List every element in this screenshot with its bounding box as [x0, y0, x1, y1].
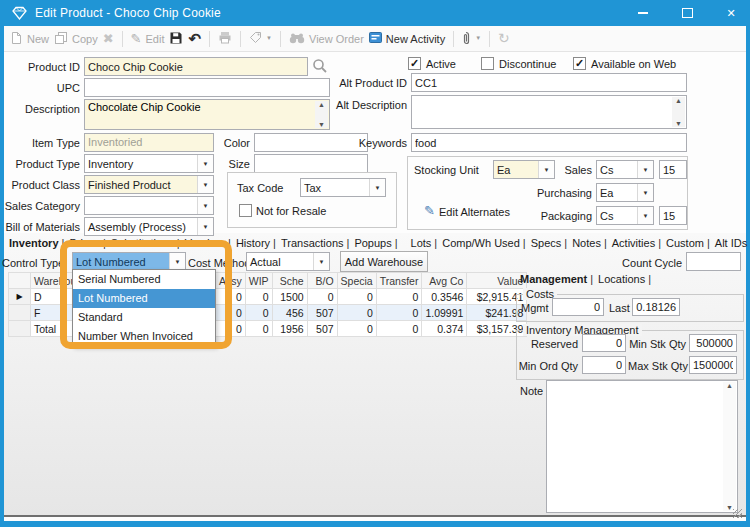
- new-button[interactable]: New: [10, 31, 49, 47]
- grid-header[interactable]: Avg Co: [422, 273, 467, 289]
- chevron-down-icon[interactable]: ▼: [637, 207, 653, 224]
- size-input[interactable]: [254, 154, 368, 173]
- copy-button[interactable]: Copy: [54, 31, 98, 47]
- chevron-down-icon[interactable]: ▼: [169, 253, 185, 270]
- chevron-down-icon[interactable]: ▼: [538, 161, 554, 178]
- grid-header[interactable]: Specia: [337, 273, 376, 289]
- tab-substitutions[interactable]: Substitutions: [110, 237, 184, 249]
- reserved-label: Reserved: [518, 338, 578, 350]
- chevron-down-icon[interactable]: ▼: [197, 197, 213, 214]
- app-gem-icon: [12, 6, 27, 20]
- product-type-combo[interactable]: Inventory▼: [84, 154, 214, 173]
- mgmt-cost-input[interactable]: [552, 298, 604, 316]
- grid-header[interactable]: B/O: [307, 273, 337, 289]
- refresh-button[interactable]: ↻: [498, 32, 510, 45]
- min-ord-qty-input[interactable]: [582, 356, 626, 374]
- discontinue-checkbox[interactable]: [481, 57, 494, 70]
- sales-unit-combo[interactable]: Cs▼: [596, 160, 654, 179]
- close-button[interactable]: ✕: [718, 2, 744, 24]
- edit-button[interactable]: ✎ Edit: [131, 32, 165, 45]
- tab-alt-ids[interactable]: Alt IDs: [714, 237, 750, 249]
- attachment-button[interactable]: ▼: [462, 31, 481, 47]
- grid-header[interactable]: Sche: [272, 273, 307, 289]
- max-stk-qty-input[interactable]: [689, 356, 737, 374]
- binoculars-icon: [289, 32, 305, 46]
- purchasing-unit-label: Purchasing: [524, 187, 592, 199]
- min-stk-qty-label: Min Stk Qty: [628, 338, 686, 350]
- upc-input[interactable]: [84, 78, 330, 97]
- active-checkbox[interactable]: ✓: [408, 57, 421, 70]
- search-icon[interactable]: [312, 58, 328, 76]
- minimize-button[interactable]: [630, 2, 656, 24]
- edit-alternates-button[interactable]: Edit Alternates: [439, 206, 510, 218]
- keywords-input[interactable]: [411, 133, 687, 152]
- available-on-web-checkbox[interactable]: ✓: [573, 57, 586, 70]
- chevron-down-icon[interactable]: ▼: [197, 218, 213, 235]
- min-stk-qty-input[interactable]: [689, 334, 737, 352]
- chevron-down-icon[interactable]: ▼: [637, 161, 653, 178]
- view-order-button[interactable]: View Order: [289, 32, 364, 46]
- chevron-down-icon[interactable]: ▼: [197, 176, 213, 193]
- item-type-field: Inventoried: [84, 133, 214, 152]
- save-button[interactable]: [169, 31, 183, 47]
- packaging-qty-input[interactable]: [659, 206, 687, 225]
- tab-popups[interactable]: Popups: [353, 237, 401, 249]
- dropdown-option-standard[interactable]: Standard: [73, 308, 215, 327]
- purchasing-unit-combo[interactable]: Ea▼: [596, 183, 654, 202]
- chevron-down-icon[interactable]: ▼: [313, 253, 329, 270]
- cost-method-combo[interactable]: Actual▼: [246, 252, 330, 271]
- sales-category-combo[interactable]: ▼: [84, 196, 214, 215]
- alt-product-id-input[interactable]: [411, 73, 687, 92]
- tab-specs[interactable]: Specs: [530, 237, 571, 249]
- tag-button[interactable]: ▼: [249, 31, 272, 46]
- last-cost-input[interactable]: [632, 298, 680, 316]
- product-id-input[interactable]: [84, 57, 308, 76]
- print-button[interactable]: [218, 31, 232, 46]
- tab-locations[interactable]: Locations: [597, 273, 655, 285]
- undo-button[interactable]: ↶: [188, 32, 201, 45]
- delete-button[interactable]: ✖: [103, 32, 114, 45]
- resize-grip[interactable]: [733, 509, 742, 518]
- reserved-input[interactable]: [582, 334, 626, 352]
- not-for-resale-checkbox[interactable]: [239, 204, 252, 217]
- tab-notes[interactable]: Notes: [571, 237, 611, 249]
- tab-prices[interactable]: Prices: [68, 237, 109, 249]
- chevron-down-icon[interactable]: ▼: [369, 179, 385, 196]
- tab-activities[interactable]: Activities: [611, 237, 665, 249]
- dropdown-option-number-when-invoiced[interactable]: Number When Invoiced: [73, 327, 215, 346]
- chevron-down-icon[interactable]: ▼: [637, 184, 653, 201]
- tab-transactions[interactable]: Transactions: [280, 237, 353, 249]
- packaging-unit-combo[interactable]: Cs▼: [596, 206, 654, 225]
- grid-header[interactable]: Transfer: [376, 273, 422, 289]
- dropdown-option-serial-numbered[interactable]: Serial Numbered: [73, 270, 215, 289]
- note-input[interactable]: [546, 380, 738, 513]
- tab-comp-wh-used[interactable]: Comp/Wh Used: [441, 237, 530, 249]
- stocking-unit-combo[interactable]: Ea▼: [493, 160, 555, 179]
- sales-unit-label: Sales: [558, 164, 592, 176]
- description-input[interactable]: Chocolate Chip Cookie: [84, 99, 330, 130]
- tab-management[interactable]: Management: [519, 273, 597, 285]
- chevron-down-icon[interactable]: ▼: [197, 155, 213, 172]
- alt-description-input[interactable]: [411, 95, 687, 129]
- count-cycle-input[interactable]: [686, 252, 741, 271]
- product-class-combo[interactable]: Finished Product▼: [84, 175, 214, 194]
- tax-code-combo[interactable]: Tax▼: [300, 178, 386, 197]
- new-activity-button[interactable]: New Activity: [369, 31, 445, 46]
- add-warehouse-button[interactable]: Add Warehouse: [340, 251, 428, 272]
- sales-qty-input[interactable]: [659, 160, 687, 179]
- grid-header[interactable]: Assy: [216, 273, 246, 289]
- tab-vendors[interactable]: Vendors: [184, 237, 235, 249]
- save-floppy-icon: [169, 31, 183, 47]
- tab-custom[interactable]: Custom: [665, 237, 714, 249]
- chevron-down-icon: ▼: [266, 32, 272, 45]
- dropdown-option-lot-numbered[interactable]: Lot Numbered: [73, 289, 215, 308]
- tab-lots[interactable]: Lots: [410, 237, 442, 249]
- upc-label: UPC: [8, 82, 80, 94]
- maximize-button[interactable]: [674, 2, 700, 24]
- title-bar[interactable]: Edit Product - Choco Chip Cookie ✕: [0, 0, 750, 26]
- grid-header[interactable]: Value: [467, 273, 527, 289]
- bill-of-materials-combo[interactable]: Assembly (Process)▼: [84, 217, 214, 236]
- grid-header[interactable]: WIP: [245, 273, 272, 289]
- tab-inventory[interactable]: Inventory: [8, 237, 68, 249]
- tab-history[interactable]: History: [235, 237, 280, 249]
